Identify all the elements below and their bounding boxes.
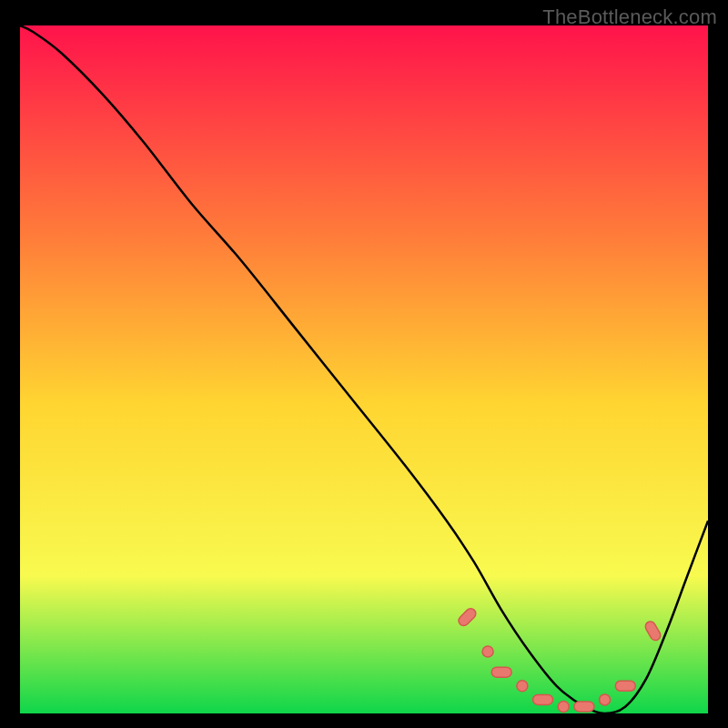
curve-marker bbox=[558, 701, 569, 712]
gradient-background bbox=[20, 25, 708, 713]
chart-frame: TheBottleneck.com bbox=[0, 0, 728, 728]
curve-marker bbox=[533, 694, 553, 704]
chart-svg bbox=[20, 25, 708, 713]
curve-marker bbox=[517, 681, 528, 692]
curve-marker bbox=[482, 646, 493, 657]
curve-marker bbox=[600, 694, 611, 705]
plot-area bbox=[20, 25, 708, 713]
curve-marker bbox=[615, 681, 635, 691]
curve-marker bbox=[574, 702, 594, 712]
curve-marker bbox=[491, 667, 511, 677]
